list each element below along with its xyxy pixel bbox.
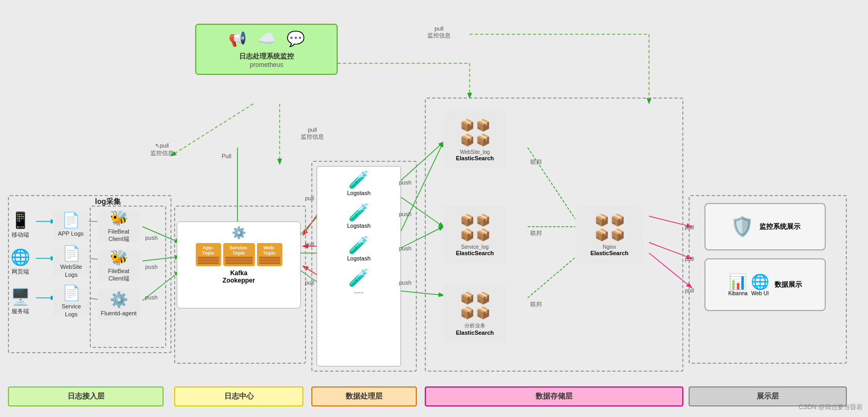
es-service: 📦 📦 📦 📦 Service_log ElasticSearch: [443, 206, 507, 264]
pull-label-ls2: pull: [305, 241, 314, 247]
diagram-container: 📢 ☁️ 💬 日志处理系统监控 prometheus pull 监控信息 ↖pu…: [0, 0, 868, 417]
web-device: 🌐 网页端: [11, 248, 30, 276]
es-analysis: 📦 📦 📦 📦 分析业务 ElasticSearch: [443, 285, 507, 343]
kafka-label: Kafka Zookepper: [182, 269, 296, 284]
pull-display-1: pull: [685, 224, 694, 230]
monitoring-display: 🛡️ 监控系统展示: [704, 203, 826, 250]
es-nginx-label: ElasticSearch: [590, 250, 628, 256]
filebeat-1: 🐝 FileBeatClient端: [98, 211, 140, 243]
federate-label-3: 联邦: [530, 300, 542, 308]
es-nginx: 📦 📦 📦 📦 Nginx ElasticSearch: [575, 206, 644, 264]
es-nginx-sub: Nginx: [603, 244, 616, 250]
push-label-3: push: [145, 294, 158, 300]
storage-layer-label: 数据存储层: [425, 386, 683, 406]
prometheus-label2: prometheus: [207, 61, 326, 69]
push-label-es1: push: [399, 179, 412, 186]
logstash-label-1: Logstash: [347, 190, 371, 196]
es-analysis-label: ElasticSearch: [456, 329, 494, 336]
pull-display-3: pull: [685, 287, 694, 294]
pull-label-ls1: pull: [305, 195, 314, 201]
pull-monitor-label-left: ↖pull监控信息: [150, 142, 174, 157]
data-display: 📊 Kibanna 🌐 Web UI 数据展示: [704, 258, 826, 311]
server-device: 🖥️ 服务端: [11, 287, 30, 315]
prometheus-icon-3: 💬: [287, 30, 305, 47]
app-logs: 📄 APP Logs: [53, 211, 89, 240]
website-logs: 📄 WebSite Logs: [53, 248, 90, 277]
data-display-label: 数据展示: [775, 280, 802, 289]
prometheus-label1: 日志处理系统监控: [207, 52, 326, 61]
federate-label-2: 联邦: [530, 229, 542, 237]
push-label-es3: push: [399, 245, 412, 251]
web-topic: Web-Topic: [259, 245, 280, 256]
pull-monitor-label-center: pull监控信息: [301, 127, 324, 141]
logstash-label-3: Logstash: [347, 255, 371, 261]
input-layer-label: 日志接入层: [8, 386, 164, 406]
prometheus-icon-1: 📢: [228, 30, 247, 47]
pull-label-ls3: pull: [305, 279, 314, 286]
es-service-sub: Service_log: [461, 244, 489, 250]
es-website-label: ElasticSearch: [456, 155, 494, 161]
filebeat-2: 🐝 FileBeatClient端: [98, 250, 140, 282]
fluentd: ⚙️ Fluentd-agent: [98, 289, 140, 321]
pull-kafka-label: Pull: [222, 153, 231, 159]
pull-display-2: pull: [685, 256, 694, 262]
processing-layer-label: 数据处理层: [311, 386, 417, 406]
es-service-label: ElasticSearch: [456, 250, 494, 256]
service-logs: 📄 Service Logs: [53, 287, 90, 316]
log-collect-title: log采集: [95, 197, 121, 207]
es-website: 📦 📦 📦 📦 WebSite_log ElasticSearch: [443, 111, 507, 169]
push-label-es2: push: [399, 211, 412, 217]
prometheus-box: 📢 ☁️ 💬 日志处理系统监控 prometheus: [195, 24, 338, 75]
logstash-dots-label: ......: [354, 288, 364, 294]
push-label-1: push: [145, 235, 158, 241]
logstash-3: 🧪 Logstash: [320, 235, 397, 261]
pull-monitor-label-top: pull 监控信息: [427, 25, 451, 40]
logstash-dots: 🧪 ......: [320, 268, 397, 294]
kafka-box: ⚙️ App-Topic Service-Topic: [177, 221, 301, 308]
logstash-box: 🧪 Logstash 🧪 Logstash 🧪 Logstash 🧪 .....…: [317, 166, 401, 366]
es-website-sub: WebSite_log: [460, 149, 490, 155]
push-label-2: push: [145, 264, 158, 270]
prometheus-icon-2: ☁️: [257, 30, 276, 47]
logstash-2: 🧪 Logstash: [320, 202, 397, 229]
app-topic: App-Topic: [198, 245, 219, 256]
watermark: CSDN @我也要当昏若: [798, 403, 863, 412]
push-label-es4: push: [399, 279, 412, 286]
federate-label-1: 联邦: [530, 158, 542, 166]
center-layer-label: 日志中心: [174, 386, 303, 406]
logstash-1: 🧪 Logstash: [320, 170, 397, 196]
svg-line-31: [171, 104, 253, 156]
monitoring-display-label: 监控系统展示: [759, 222, 800, 231]
es-analysis-sub: 分析业务: [464, 322, 485, 329]
mobile-device: 📱 移动端: [11, 211, 30, 239]
logstash-label-2: Logstash: [347, 222, 371, 229]
service-topic: Service-Topic: [225, 245, 253, 256]
